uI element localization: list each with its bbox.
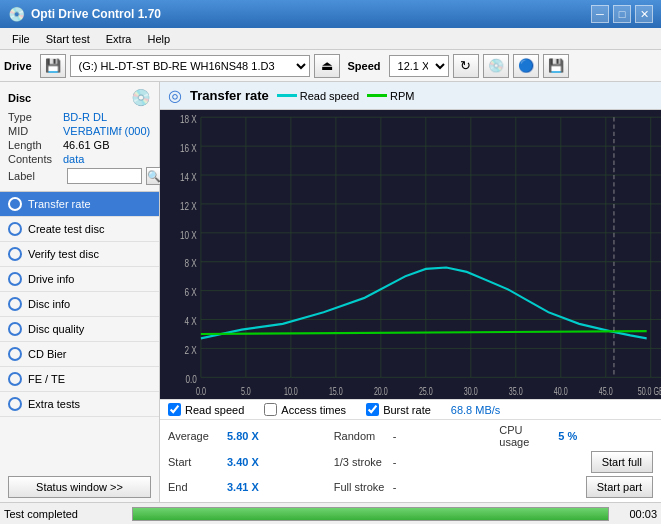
refresh-button[interactable]: ↻	[453, 54, 479, 78]
chart-area: ◎ Transfer rate Read speed RPM	[160, 82, 661, 502]
cb-access-times-input[interactable]	[264, 403, 277, 416]
svg-text:0.0: 0.0	[185, 373, 197, 386]
maximize-button[interactable]: □	[613, 5, 631, 23]
legend-rpm-label: RPM	[390, 90, 414, 102]
checkbox-read-speed[interactable]: Read speed	[168, 403, 244, 416]
stat-average-value: 5.80 X	[227, 430, 259, 442]
chart-svg: 18 X 16 X 14 X 12 X 10 X 8 X 6 X 4 X 2 X…	[160, 110, 661, 399]
svg-text:12 X: 12 X	[180, 199, 197, 212]
stat-end-value: 3.41 X	[227, 481, 259, 493]
nav-drive-info[interactable]: Drive info	[0, 267, 159, 292]
nav-label-create-test-disc: Create test disc	[28, 223, 104, 235]
type-label: Type	[8, 111, 63, 123]
drive-icon-button[interactable]: 💾	[40, 54, 66, 78]
nav-label-drive-info: Drive info	[28, 273, 74, 285]
svg-text:25.0: 25.0	[419, 385, 433, 397]
label-input[interactable]	[67, 168, 142, 184]
save-button[interactable]: 💾	[543, 54, 569, 78]
progress-bar-container	[132, 507, 609, 521]
status-time: 00:03	[617, 508, 657, 520]
type-value: BD-R DL	[63, 111, 107, 123]
main-layout: Disc 💿 Type BD-R DL MID VERBATIMf (000) …	[0, 82, 661, 502]
app-icon: 💿	[8, 6, 25, 22]
length-label: Length	[8, 139, 63, 151]
svg-text:16 X: 16 X	[180, 142, 197, 155]
nav-label-fe-te: FE / TE	[28, 373, 65, 385]
menu-file[interactable]: File	[4, 31, 38, 47]
title-bar: 💿 Opti Drive Control 1.70 ─ □ ✕	[0, 0, 661, 28]
svg-text:40.0: 40.0	[554, 385, 568, 397]
nav-cd-bier[interactable]: CD Bier	[0, 342, 159, 367]
stat-fullstroke-value: -	[393, 481, 397, 493]
status-bar: Test completed 00:03	[0, 502, 661, 524]
svg-text:50.0 GB: 50.0 GB	[638, 385, 661, 397]
svg-text:20.0: 20.0	[374, 385, 388, 397]
svg-text:18 X: 18 X	[180, 113, 197, 126]
stat-cpu-label: CPU usage	[499, 424, 554, 448]
legend-rpm: RPM	[367, 90, 414, 102]
cb-burst-rate-label: Burst rate	[383, 404, 431, 416]
cb-read-speed-input[interactable]	[168, 403, 181, 416]
nav-extra-tests[interactable]: Extra tests	[0, 392, 159, 417]
drive-select[interactable]: (G:) HL-DT-ST BD-RE WH16NS48 1.D3	[70, 55, 310, 77]
stats-area: Average 5.80 X Random - CPU usage 5 % St…	[160, 419, 661, 502]
menu-start-test[interactable]: Start test	[38, 31, 98, 47]
nav-label-transfer-rate: Transfer rate	[28, 198, 91, 210]
menu-help[interactable]: Help	[139, 31, 178, 47]
nav-transfer-rate[interactable]: Transfer rate	[0, 192, 159, 217]
stat-cpu-usage: CPU usage 5 %	[499, 424, 653, 448]
minimize-button[interactable]: ─	[591, 5, 609, 23]
nav-icon-disc-quality	[8, 322, 22, 336]
sidebar: Disc 💿 Type BD-R DL MID VERBATIMf (000) …	[0, 82, 160, 502]
legend-read-speed: Read speed	[277, 90, 359, 102]
status-window-button[interactable]: Status window >>	[8, 476, 151, 498]
stat-one-third-stroke: 1/3 stroke -	[334, 451, 488, 473]
chart-icon: ◎	[168, 86, 182, 105]
start-part-button[interactable]: Start part	[586, 476, 653, 498]
nav-create-test-disc[interactable]: Create test disc	[0, 217, 159, 242]
svg-text:10.0: 10.0	[284, 385, 298, 397]
svg-text:15.0: 15.0	[329, 385, 343, 397]
contents-value: data	[63, 153, 84, 165]
mid-value: VERBATIMf (000)	[63, 125, 150, 137]
nav-label-disc-info: Disc info	[28, 298, 70, 310]
disc-panel-title: Disc	[8, 92, 31, 104]
nav-icon-cd-bier	[8, 347, 22, 361]
stat-fullstroke-label: Full stroke	[334, 481, 389, 493]
stat-end: End 3.41 X	[168, 476, 322, 498]
chart-header: ◎ Transfer rate Read speed RPM	[160, 82, 661, 110]
nav-label-disc-quality: Disc quality	[28, 323, 84, 335]
svg-text:45.0: 45.0	[599, 385, 613, 397]
stat-start: Start 3.40 X	[168, 451, 322, 473]
disc-button[interactable]: 💿	[483, 54, 509, 78]
start-full-button[interactable]: Start full	[591, 451, 653, 473]
stat-average-label: Average	[168, 430, 223, 442]
nav-verify-test-disc[interactable]: Verify test disc	[0, 242, 159, 267]
disc-info-panel: Disc 💿 Type BD-R DL MID VERBATIMf (000) …	[0, 82, 159, 192]
legend-read-speed-label: Read speed	[300, 90, 359, 102]
nav-disc-info[interactable]: Disc info	[0, 292, 159, 317]
svg-text:10 X: 10 X	[180, 228, 197, 241]
checkbox-access-times[interactable]: Access times	[264, 403, 346, 416]
nav-menu: Transfer rate Create test disc Verify te…	[0, 192, 159, 472]
menu-extra[interactable]: Extra	[98, 31, 140, 47]
nav-icon-verify-test-disc	[8, 247, 22, 261]
status-text: Test completed	[4, 508, 124, 520]
nav-icon-fe-te	[8, 372, 22, 386]
nav-fe-te[interactable]: FE / TE	[0, 367, 159, 392]
cb-access-times-label: Access times	[281, 404, 346, 416]
test-button[interactable]: 🔵	[513, 54, 539, 78]
progress-bar-fill	[133, 508, 608, 520]
svg-text:30.0: 30.0	[464, 385, 478, 397]
eject-button[interactable]: ⏏	[314, 54, 340, 78]
label-label: Label	[8, 170, 63, 182]
svg-rect-0	[160, 110, 661, 399]
nav-disc-quality[interactable]: Disc quality	[0, 317, 159, 342]
svg-text:6 X: 6 X	[185, 286, 198, 299]
speed-select[interactable]: 12.1 X	[389, 55, 449, 77]
close-button[interactable]: ✕	[635, 5, 653, 23]
cb-burst-rate-input[interactable]	[366, 403, 379, 416]
drive-label: Drive	[4, 60, 32, 72]
nav-icon-drive-info	[8, 272, 22, 286]
checkbox-burst-rate[interactable]: Burst rate	[366, 403, 431, 416]
